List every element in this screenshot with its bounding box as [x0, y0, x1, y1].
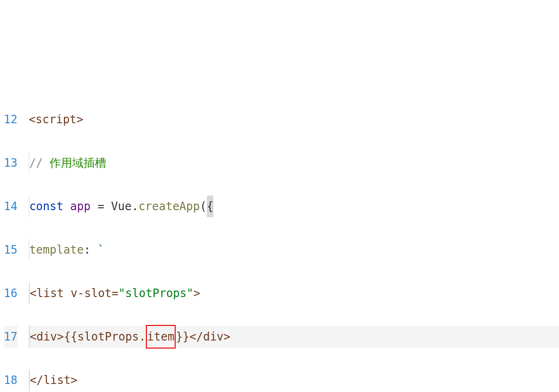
tag-list-close: list [43, 369, 71, 391]
line-number: 18 [4, 369, 17, 391]
keyword-const: const [29, 196, 63, 217]
ident-slotprops: slotProps [77, 326, 139, 348]
ident-vue: Vue [111, 196, 131, 217]
code-area[interactable]: <script> // 作用域插槽 const app = Vue.create… [29, 87, 559, 392]
line-number: 12 [4, 109, 17, 130]
tag-open: < [29, 109, 35, 130]
tag-name: script [35, 109, 76, 130]
code-line: <list v-slot="slotProps"> [29, 282, 559, 304]
tag-close: > [76, 109, 83, 130]
comment-text: 作用域插槽 [50, 152, 106, 174]
fn-createapp: createApp [138, 196, 200, 217]
comment: // [29, 152, 50, 174]
line-number-gutter: 12 13 14 15 16 17 18 19 20 21 22 23 24 2… [0, 87, 29, 392]
tag-div: div [36, 326, 57, 348]
line-number: 16 [4, 282, 17, 304]
code-line: const app = Vue.createApp({ [29, 196, 559, 217]
brace-open: { [207, 196, 213, 217]
var-app: app [70, 196, 91, 217]
line-number: 14 [4, 196, 17, 217]
code-line: // 作用域插槽 [29, 152, 559, 174]
code-editor[interactable]: 12 13 14 15 16 17 18 19 20 21 22 23 24 2… [0, 87, 559, 392]
code-line-active: <div>{{slotProps.item}}</div> [29, 326, 559, 348]
line-number: 13 [4, 152, 17, 174]
tag-list: list [36, 282, 64, 304]
code-line: <script> [29, 109, 559, 130]
line-number: 17 [4, 326, 17, 348]
highlighted-text-item: item [146, 325, 176, 349]
code-line: </list> [29, 369, 559, 391]
attr-vslot: v-slot [71, 282, 112, 304]
prop-template: template [29, 239, 84, 261]
line-number: 15 [4, 239, 17, 261]
code-line: template: ` [29, 239, 559, 261]
